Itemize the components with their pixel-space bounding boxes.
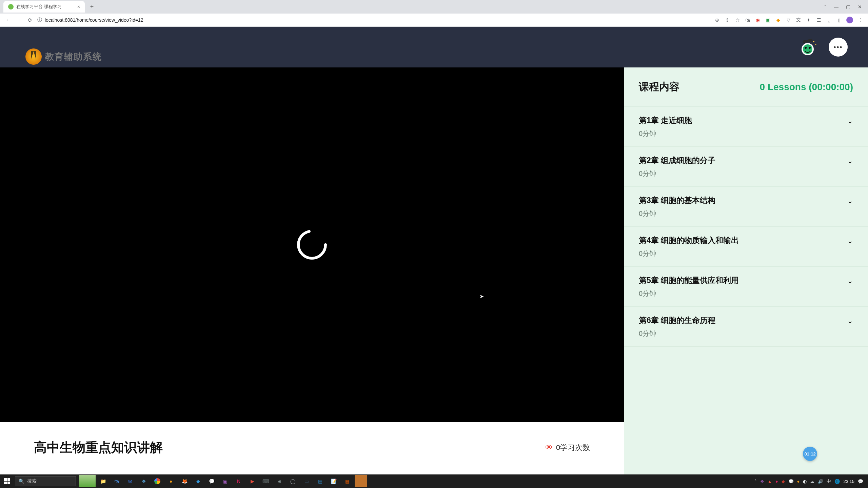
- mascot-icon[interactable]: [797, 36, 818, 58]
- brand-name: 教育辅助系统: [45, 51, 102, 63]
- taskbar-app[interactable]: ▶: [246, 475, 258, 487]
- tray-volume-icon[interactable]: 🔊: [818, 479, 823, 484]
- tray-icon[interactable]: ●: [797, 479, 800, 484]
- study-count-text: 0学习次数: [556, 443, 590, 453]
- taskbar-app[interactable]: 🦊: [178, 475, 191, 487]
- cursor-icon: ➤: [479, 293, 484, 300]
- tray-icon[interactable]: ☁: [810, 479, 814, 484]
- taskbar-apps: 📁 🛍 ✉ ❖ ● 🦊 ◆ 💬 ▣ N ▶ ⌨ ⊞ ◯ ▭ ▤ 📝 ▦: [79, 474, 367, 488]
- download-icon[interactable]: ⭳: [826, 17, 832, 23]
- tray-icon[interactable]: ●: [775, 479, 778, 484]
- minimize-icon[interactable]: —: [834, 4, 839, 9]
- kebab-menu-icon[interactable]: ⋮: [857, 17, 863, 23]
- browser-tab[interactable]: 在线学习平台-课程学习 ×: [3, 1, 85, 13]
- float-timer-badge[interactable]: 01:12: [803, 447, 817, 461]
- taskbar-app[interactable]: ▤: [314, 475, 326, 487]
- taskbar-search[interactable]: 🔍 搜索: [15, 476, 76, 486]
- taskbar-app[interactable]: 📝: [328, 475, 340, 487]
- sidebar-header: 课程内容 0 Lessons (00:00:00): [624, 67, 868, 106]
- maximize-icon[interactable]: ▢: [846, 4, 850, 9]
- chapter-item[interactable]: 第2章 组成细胞的分子0分钟⌄: [624, 146, 868, 186]
- taskbar-app[interactable]: N: [233, 475, 245, 487]
- taskbar-app[interactable]: 🛍: [111, 475, 123, 487]
- taskbar-app[interactable]: ⊞: [273, 475, 285, 487]
- taskbar-time[interactable]: 23:15: [843, 479, 854, 484]
- extensions-icon[interactable]: ✦: [806, 17, 812, 23]
- svg-point-6: [815, 44, 816, 45]
- chapter-item[interactable]: 第3章 细胞的基本结构0分钟⌄: [624, 186, 868, 226]
- ext-green-icon[interactable]: ▣: [765, 17, 771, 23]
- chapter-title: 第5章 细胞的能量供应和利用: [639, 275, 840, 286]
- new-tab-button[interactable]: +: [87, 2, 97, 12]
- svg-point-7: [298, 231, 326, 258]
- tray-icon[interactable]: ◐: [803, 479, 807, 484]
- taskbar-app[interactable]: ⌨: [260, 475, 272, 487]
- chapter-duration: 0分钟: [639, 209, 840, 218]
- taskbar-app[interactable]: 💬: [205, 475, 218, 487]
- svg-rect-0: [803, 39, 812, 43]
- zoom-icon[interactable]: ⊕: [714, 17, 720, 23]
- tray-network-icon[interactable]: 🌐: [834, 479, 840, 484]
- chapter-item[interactable]: 第5章 细胞的能量供应和利用0分钟⌄: [624, 266, 868, 306]
- tray-icon[interactable]: ▲: [768, 479, 772, 484]
- address-bar[interactable]: ⓘ localhost:8081/home/course/view_video?…: [37, 17, 710, 23]
- taskbar-app[interactable]: 📁: [97, 475, 109, 487]
- share-icon[interactable]: ⇪: [724, 17, 730, 23]
- tray-icon[interactable]: ◆: [782, 479, 785, 484]
- start-button[interactable]: [2, 476, 12, 486]
- chapter-item[interactable]: 第6章 细胞的生命历程0分钟⌄: [624, 306, 868, 347]
- close-tab-icon[interactable]: ×: [77, 4, 80, 9]
- taskbar-app[interactable]: ●: [165, 475, 177, 487]
- tray-ime-icon[interactable]: 中: [827, 478, 831, 484]
- taskbar-app[interactable]: [151, 475, 163, 487]
- translate-icon[interactable]: 文: [795, 17, 802, 23]
- reading-list-icon[interactable]: ☰: [816, 17, 822, 23]
- tray-icon[interactable]: 💬: [788, 479, 794, 484]
- taskbar-app[interactable]: [79, 475, 96, 487]
- close-window-icon[interactable]: ✕: [858, 4, 862, 9]
- tray-icon[interactable]: ❖: [760, 479, 764, 484]
- taskbar-app[interactable]: ◆: [192, 475, 204, 487]
- panel-icon[interactable]: ▯: [836, 17, 842, 23]
- search-placeholder: 搜索: [27, 478, 37, 484]
- video-player[interactable]: ➤: [0, 67, 624, 422]
- reload-icon[interactable]: ⟳: [26, 17, 33, 23]
- svg-point-5: [813, 41, 814, 42]
- browser-chrome: 在线学习平台-课程学习 × + ˅ — ▢ ✕ ← → ⟳ ⓘ localhos…: [0, 0, 868, 27]
- tray-chevron-icon[interactable]: ˄: [754, 479, 757, 484]
- taskbar-app[interactable]: ▦: [341, 475, 353, 487]
- bookmark-icon[interactable]: ☆: [734, 17, 741, 23]
- taskbar-app[interactable]: [355, 475, 367, 487]
- svg-rect-11: [7, 482, 10, 484]
- taskbar-app[interactable]: ✉: [124, 475, 136, 487]
- cart-icon[interactable]: 🛍: [745, 17, 751, 23]
- tab-title: 在线学习平台-课程学习: [16, 4, 62, 10]
- logo[interactable]: 教育辅助系统: [25, 48, 102, 65]
- taskbar-app[interactable]: ◯: [287, 475, 299, 487]
- taskbar-app[interactable]: ▭: [300, 475, 313, 487]
- video-column: ➤ 高中生物重点知识讲解 👁 0学习次数: [0, 67, 624, 474]
- chevron-down-icon[interactable]: ˅: [824, 4, 826, 9]
- ext-filter-icon[interactable]: ▽: [785, 17, 791, 23]
- taskbar-app[interactable]: ▣: [219, 475, 231, 487]
- course-title: 高中生物重点知识讲解: [34, 439, 163, 456]
- forward-icon[interactable]: →: [16, 17, 22, 23]
- ext-orange-icon[interactable]: ◆: [775, 17, 781, 23]
- tray-notifications-icon[interactable]: 💬: [858, 479, 863, 484]
- site-info-icon[interactable]: ⓘ: [37, 17, 42, 23]
- sidebar-meta: 0 Lessons (00:00:00): [760, 82, 853, 93]
- more-menu-button[interactable]: •••: [829, 38, 848, 57]
- back-icon[interactable]: ←: [5, 17, 12, 23]
- chapter-item[interactable]: 第1章 走近细胞0分钟⌄: [624, 106, 868, 146]
- eye-icon: 👁: [545, 443, 553, 452]
- profile-avatar[interactable]: [846, 17, 853, 23]
- taskbar-app[interactable]: ❖: [138, 475, 150, 487]
- chevron-down-icon: ⌄: [847, 197, 853, 205]
- ext-red-icon[interactable]: ◉: [755, 17, 761, 23]
- address-row: ← → ⟳ ⓘ localhost:8081/home/course/view_…: [0, 14, 868, 27]
- chapter-title: 第2章 组成细胞的分子: [639, 155, 840, 166]
- chevron-down-icon: ⌄: [847, 317, 853, 325]
- chapter-duration: 0分钟: [639, 169, 840, 178]
- chapter-item[interactable]: 第4章 细胞的物质输入和输出0分钟⌄: [624, 226, 868, 266]
- chapter-title: 第6章 细胞的生命历程: [639, 315, 840, 326]
